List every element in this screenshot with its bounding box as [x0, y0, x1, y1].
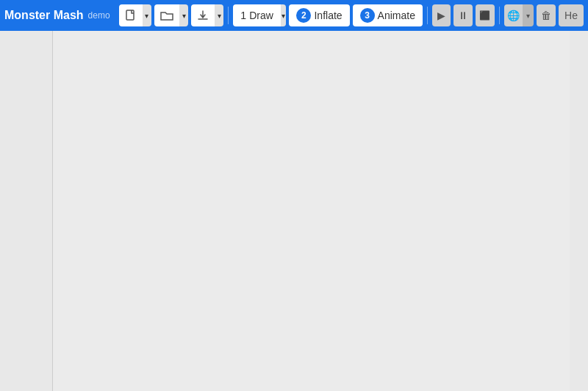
- step1-button-split: 1 Draw ▾: [233, 4, 286, 26]
- language-button-split: 🌐 ▾: [504, 4, 534, 26]
- trash-button[interactable]: 🗑: [537, 4, 556, 26]
- new-doc-icon: [125, 10, 137, 21]
- left-panel: [0, 31, 53, 391]
- step1-number: 1: [240, 10, 246, 21]
- language-button[interactable]: 🌐: [504, 4, 523, 26]
- open-folder-icon: [160, 10, 173, 21]
- chevron-down-icon3: ▾: [218, 12, 221, 20]
- new-button-split: ▾: [119, 4, 151, 26]
- new-dropdown-arrow[interactable]: ▾: [143, 4, 151, 26]
- step2-number: 2: [296, 8, 311, 23]
- save-icon: [197, 10, 209, 21]
- toolbar: Monster Mash demo ▾ ▾: [0, 0, 588, 31]
- stop-icon: ⬛: [479, 10, 490, 21]
- help-button[interactable]: He: [559, 4, 584, 26]
- open-button[interactable]: [154, 4, 179, 26]
- save-dropdown-arrow[interactable]: ▾: [215, 4, 223, 26]
- step1-dropdown-arrow[interactable]: ▾: [281, 4, 287, 26]
- step2-label: Inflate: [314, 10, 342, 21]
- canvas-area[interactable]: [53, 31, 570, 391]
- separator-1: [228, 7, 229, 24]
- pause-button[interactable]: ⏸: [453, 4, 473, 26]
- right-panel: [570, 31, 588, 391]
- stop-button[interactable]: ⬛: [476, 4, 495, 26]
- help-label: He: [564, 10, 578, 21]
- open-button-split: ▾: [154, 4, 188, 26]
- app-title: Monster Mash: [4, 9, 84, 22]
- play-button[interactable]: ▶: [432, 4, 451, 26]
- step3-animate-button[interactable]: 3 Animate: [353, 4, 423, 26]
- trash-icon: 🗑: [541, 10, 551, 21]
- save-button-split: ▾: [191, 4, 223, 26]
- new-button[interactable]: [119, 4, 143, 26]
- step2-inflate-button[interactable]: 2 Inflate: [289, 4, 349, 26]
- chevron-down-icon2: ▾: [182, 12, 186, 20]
- step3-label: Animate: [378, 10, 415, 21]
- app-demo-label: demo: [88, 10, 110, 21]
- open-dropdown-arrow[interactable]: ▾: [179, 4, 188, 26]
- step1-label: Draw: [249, 10, 273, 21]
- separator-3: [499, 7, 500, 24]
- save-button[interactable]: [191, 4, 215, 26]
- language-dropdown-arrow[interactable]: ▾: [523, 4, 534, 26]
- play-icon: ▶: [437, 10, 445, 21]
- chevron-down-icon5: ▾: [526, 12, 530, 20]
- svg-rect-0: [126, 10, 134, 20]
- main-area: [0, 31, 588, 391]
- step1-draw-button[interactable]: 1 Draw: [233, 4, 280, 26]
- chevron-down-icon4: ▾: [282, 12, 285, 20]
- pause-icon: ⏸: [458, 10, 468, 21]
- separator-2: [427, 7, 428, 24]
- chevron-down-icon: ▾: [145, 12, 148, 20]
- step3-number: 3: [360, 8, 375, 23]
- globe-icon: 🌐: [507, 10, 520, 21]
